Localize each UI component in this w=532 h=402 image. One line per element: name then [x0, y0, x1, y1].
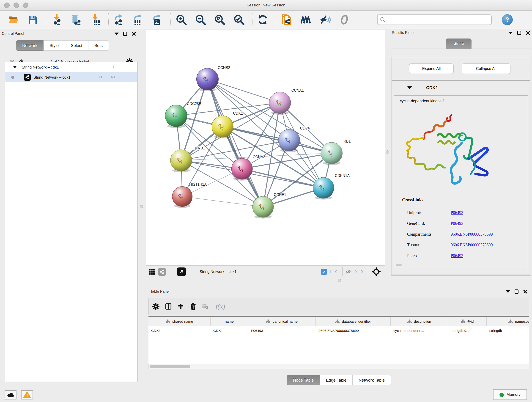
panel-float-icon[interactable]: [517, 31, 521, 35]
network-row[interactable]: String Network – cdk1 11 48: [5, 72, 137, 82]
crosslink-link[interactable]: P06493: [451, 254, 463, 258]
collection-collapse-icon[interactable]: [13, 66, 17, 68]
zoom-in-button[interactable]: [175, 13, 188, 26]
network-node-RB1[interactable]: [321, 142, 342, 165]
left-splitter-handle[interactable]: [140, 205, 143, 208]
collapse-all-button[interactable]: Collapse All: [462, 64, 510, 74]
tab-select[interactable]: Select: [65, 40, 89, 51]
table-hscrollbar-thumb[interactable]: [150, 365, 190, 368]
results-scrollbar-thumb[interactable]: [396, 264, 402, 266]
tab-network[interactable]: Network: [16, 40, 44, 51]
delete-table-button[interactable]: [202, 303, 209, 310]
export-network-button[interactable]: [112, 13, 126, 26]
network-node-HIST1H1A[interactable]: [172, 186, 192, 208]
panel-float-icon[interactable]: [515, 289, 519, 294]
detach-view-button[interactable]: [177, 268, 186, 276]
hide-selected-button[interactable]: [318, 13, 332, 26]
column-header-shared-name[interactable]: shared name: [148, 317, 210, 326]
network-canvas[interactable]: CCNB2CCNA1CDC25BCDK1CDC6RB1CCNB1CCNA2CDK…: [146, 30, 385, 265]
warning-status-button[interactable]: [21, 390, 33, 400]
panel-close-icon[interactable]: [132, 32, 136, 36]
selected-checkbox[interactable]: [321, 269, 327, 275]
panel-menu-icon[interactable]: [509, 32, 513, 34]
network-edge[interactable]: [222, 127, 331, 153]
document-network-button[interactable]: [280, 13, 293, 26]
export-network-icon: [114, 14, 124, 25]
export-image-button[interactable]: [151, 13, 164, 26]
crosslink-link[interactable]: 9606.ENSP00000378699: [451, 243, 493, 248]
birdseye-toggle-button[interactable]: [372, 267, 381, 276]
tab-sets[interactable]: Sets: [89, 40, 109, 51]
table-options-button[interactable]: [152, 303, 160, 310]
tab-style[interactable]: Style: [44, 40, 65, 51]
table-hscrollbar[interactable]: [148, 364, 529, 369]
panel-menu-icon[interactable]: [506, 290, 510, 293]
network-edge[interactable]: [207, 79, 280, 103]
network-node-CDKN1A[interactable]: [313, 177, 334, 200]
tab-network-table[interactable]: Network Table: [353, 375, 391, 385]
network-node-CCNA1[interactable]: [269, 92, 291, 115]
zoom-out-button[interactable]: [194, 13, 207, 26]
cloud-status-button[interactable]: [5, 390, 17, 400]
tab-node-table[interactable]: Node Table: [287, 375, 320, 385]
table-cell[interactable]: stringdb:9...: [448, 326, 487, 335]
import-network-file-button[interactable]: [50, 13, 63, 26]
bottom-splitter-handle[interactable]: [338, 279, 341, 282]
create-column-button[interactable]: [177, 303, 184, 310]
network-collection-row[interactable]: String Network – cdk1 1: [5, 62, 137, 72]
save-session-button[interactable]: [26, 13, 39, 26]
crosslink-link[interactable]: 9606.ENSP00000378699: [451, 232, 493, 237]
section-collapse-icon[interactable]: [407, 86, 412, 89]
panel-menu-icon[interactable]: [114, 32, 119, 35]
open-session-button[interactable]: [7, 13, 20, 26]
grid-view-button[interactable]: [148, 268, 155, 275]
tab-edge-table[interactable]: Edge Table: [320, 375, 353, 385]
memory-button[interactable]: Memory: [493, 389, 527, 400]
table-cell[interactable]: CDK1: [210, 326, 248, 335]
panel-close-icon[interactable]: [523, 289, 527, 294]
show-columns-button[interactable]: [165, 303, 172, 310]
column-header-description[interactable]: description: [391, 317, 448, 326]
crosslink-link[interactable]: P06493: [451, 211, 463, 215]
panel-float-icon[interactable]: [123, 32, 127, 36]
column-header-name[interactable]: name: [210, 317, 248, 326]
table-row[interactable]: CDK1CDK1P064939606.ENSP00000378699cyclin…: [148, 326, 529, 335]
network-node-CDK1[interactable]: [212, 116, 233, 138]
table-cell[interactable]: cyclin-dependent ...: [391, 326, 448, 335]
show-all-button[interactable]: [338, 13, 351, 26]
network-view-mode-button[interactable]: [158, 268, 166, 276]
panel-close-icon[interactable]: [526, 31, 530, 35]
column-header-@id[interactable]: @id: [448, 317, 487, 326]
column-header-namespace[interactable]: namespace: [487, 317, 529, 326]
expand-all-button[interactable]: Expand All: [409, 64, 454, 74]
network-edge[interactable]: [207, 79, 331, 153]
table-cell[interactable]: CDK1: [148, 326, 210, 335]
network-node-CCNB1[interactable]: [171, 150, 192, 172]
binoculars-button[interactable]: [299, 13, 312, 26]
function-builder-button[interactable]: f(x): [215, 303, 225, 310]
column-header-database-identifier[interactable]: database identifier: [316, 317, 391, 326]
network-edge[interactable]: [242, 169, 323, 188]
delete-column-button[interactable]: [190, 303, 197, 310]
crosslink-link[interactable]: P06493: [451, 221, 463, 226]
column-header-canonical-name[interactable]: canonical name: [248, 317, 316, 326]
help-button[interactable]: ?: [502, 14, 513, 25]
import-table-button[interactable]: [89, 13, 102, 26]
right-splitter-handle[interactable]: [386, 150, 389, 154]
import-network-database-button[interactable]: [69, 13, 82, 26]
table-cell[interactable]: 9606.ENSP00000378699: [316, 326, 391, 335]
protein-section-header[interactable]: CDK1: [392, 81, 530, 95]
network-edge[interactable]: [207, 79, 263, 207]
apply-layout-button[interactable]: [256, 13, 269, 26]
zoom-fit-button[interactable]: [213, 13, 226, 26]
zoom-selected-button[interactable]: [232, 13, 246, 26]
search-input[interactable]: [386, 15, 491, 24]
column-header-label: namespace: [515, 319, 529, 324]
table-cell[interactable]: P06493: [248, 326, 316, 335]
network-node-CCNE1[interactable]: [253, 196, 273, 219]
tab-string[interactable]: String: [446, 38, 472, 49]
table-cell[interactable]: stringdb: [487, 326, 529, 335]
network-node-CDC25B[interactable]: [165, 105, 187, 128]
export-table-button[interactable]: [132, 13, 145, 26]
network-edge[interactable]: [182, 197, 263, 207]
